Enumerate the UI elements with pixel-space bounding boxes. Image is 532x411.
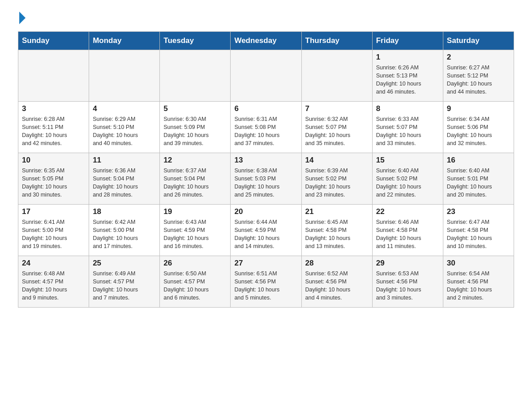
- calendar-day-cell: 9Sunrise: 6:34 AM Sunset: 5:06 PM Daylig…: [443, 102, 514, 153]
- day-number: 20: [234, 207, 297, 216]
- day-info: Sunrise: 6:39 AM Sunset: 5:02 PM Dayligh…: [305, 167, 369, 199]
- day-number: 19: [163, 207, 227, 216]
- day-info: Sunrise: 6:44 AM Sunset: 4:59 PM Dayligh…: [234, 218, 297, 251]
- calendar-header-row: SundayMondayTuesdayWednesdayThursdayFrid…: [18, 32, 514, 50]
- day-info: Sunrise: 6:47 AM Sunset: 4:58 PM Dayligh…: [447, 218, 510, 251]
- calendar-header-thursday: Thursday: [301, 32, 372, 50]
- calendar-day-cell: 5Sunrise: 6:30 AM Sunset: 5:09 PM Daylig…: [160, 102, 231, 153]
- day-number: 22: [376, 207, 439, 216]
- day-info: Sunrise: 6:32 AM Sunset: 5:07 PM Dayligh…: [305, 115, 369, 148]
- day-info: Sunrise: 6:37 AM Sunset: 5:04 PM Dayligh…: [163, 167, 227, 199]
- day-info: Sunrise: 6:41 AM Sunset: 5:00 PM Dayligh…: [22, 218, 85, 251]
- day-number: 16: [447, 156, 510, 165]
- day-number: 13: [234, 156, 297, 165]
- day-number: 26: [163, 259, 227, 268]
- day-number: 10: [22, 156, 85, 165]
- day-number: 18: [93, 207, 156, 216]
- calendar-day-cell: 7Sunrise: 6:32 AM Sunset: 5:07 PM Daylig…: [301, 102, 372, 153]
- day-number: 8: [376, 104, 439, 113]
- day-info: Sunrise: 6:35 AM Sunset: 5:05 PM Dayligh…: [22, 167, 85, 199]
- calendar-day-cell: 13Sunrise: 6:38 AM Sunset: 5:03 PM Dayli…: [231, 153, 301, 205]
- calendar-day-cell: 15Sunrise: 6:40 AM Sunset: 5:02 PM Dayli…: [372, 153, 443, 205]
- calendar-day-cell: 6Sunrise: 6:31 AM Sunset: 5:08 PM Daylig…: [231, 102, 301, 153]
- calendar-day-cell: 1Sunrise: 6:26 AM Sunset: 5:13 PM Daylig…: [372, 50, 443, 102]
- calendar-day-cell: [301, 50, 372, 102]
- day-info: Sunrise: 6:50 AM Sunset: 4:57 PM Dayligh…: [163, 270, 227, 302]
- calendar-day-cell: 24Sunrise: 6:48 AM Sunset: 4:57 PM Dayli…: [18, 256, 89, 308]
- calendar-day-cell: [89, 50, 160, 102]
- day-info: Sunrise: 6:54 AM Sunset: 4:56 PM Dayligh…: [447, 270, 510, 302]
- day-number: 25: [93, 259, 156, 268]
- logo: [18, 13, 26, 22]
- day-number: 21: [305, 207, 369, 216]
- calendar-week-row: 24Sunrise: 6:48 AM Sunset: 4:57 PM Dayli…: [18, 256, 514, 308]
- day-info: Sunrise: 6:52 AM Sunset: 4:56 PM Dayligh…: [305, 270, 369, 302]
- day-info: Sunrise: 6:43 AM Sunset: 4:59 PM Dayligh…: [163, 218, 227, 251]
- day-info: Sunrise: 6:26 AM Sunset: 5:13 PM Dayligh…: [376, 64, 439, 96]
- day-info: Sunrise: 6:27 AM Sunset: 5:12 PM Dayligh…: [447, 64, 510, 96]
- day-number: 11: [93, 156, 156, 165]
- calendar-day-cell: 30Sunrise: 6:54 AM Sunset: 4:56 PM Dayli…: [443, 256, 514, 308]
- day-info: Sunrise: 6:46 AM Sunset: 4:58 PM Dayligh…: [376, 218, 439, 251]
- calendar-header-friday: Friday: [372, 32, 443, 50]
- day-info: Sunrise: 6:48 AM Sunset: 4:57 PM Dayligh…: [22, 270, 85, 302]
- calendar-day-cell: [18, 50, 89, 102]
- page-header: [18, 13, 514, 22]
- calendar-day-cell: 25Sunrise: 6:49 AM Sunset: 4:57 PM Dayli…: [89, 256, 160, 308]
- day-number: 30: [447, 259, 510, 268]
- calendar-day-cell: 16Sunrise: 6:40 AM Sunset: 5:01 PM Dayli…: [443, 153, 514, 205]
- day-info: Sunrise: 6:30 AM Sunset: 5:09 PM Dayligh…: [163, 115, 227, 148]
- calendar-day-cell: 19Sunrise: 6:43 AM Sunset: 4:59 PM Dayli…: [160, 205, 231, 256]
- calendar-week-row: 10Sunrise: 6:35 AM Sunset: 5:05 PM Dayli…: [18, 153, 514, 205]
- day-info: Sunrise: 6:40 AM Sunset: 5:01 PM Dayligh…: [447, 167, 510, 199]
- day-number: 23: [447, 207, 510, 216]
- calendar-day-cell: 18Sunrise: 6:42 AM Sunset: 5:00 PM Dayli…: [89, 205, 160, 256]
- day-info: Sunrise: 6:45 AM Sunset: 4:58 PM Dayligh…: [305, 218, 369, 251]
- calendar-week-row: 1Sunrise: 6:26 AM Sunset: 5:13 PM Daylig…: [18, 50, 514, 102]
- calendar-day-cell: 11Sunrise: 6:36 AM Sunset: 5:04 PM Dayli…: [89, 153, 160, 205]
- calendar-table: SundayMondayTuesdayWednesdayThursdayFrid…: [18, 31, 514, 308]
- calendar-day-cell: [231, 50, 301, 102]
- day-number: 5: [163, 104, 227, 113]
- day-number: 27: [234, 259, 297, 268]
- calendar-header-saturday: Saturday: [443, 32, 514, 50]
- calendar-day-cell: [160, 50, 231, 102]
- calendar-day-cell: 14Sunrise: 6:39 AM Sunset: 5:02 PM Dayli…: [301, 153, 372, 205]
- day-number: 24: [22, 259, 85, 268]
- day-number: 9: [447, 104, 510, 113]
- day-number: 17: [22, 207, 85, 216]
- calendar-day-cell: 3Sunrise: 6:28 AM Sunset: 5:11 PM Daylig…: [18, 102, 89, 153]
- day-info: Sunrise: 6:53 AM Sunset: 4:56 PM Dayligh…: [376, 270, 439, 302]
- calendar-day-cell: 21Sunrise: 6:45 AM Sunset: 4:58 PM Dayli…: [301, 205, 372, 256]
- day-number: 15: [376, 156, 439, 165]
- day-info: Sunrise: 6:31 AM Sunset: 5:08 PM Dayligh…: [234, 115, 297, 148]
- day-number: 4: [93, 104, 156, 113]
- calendar-day-cell: 22Sunrise: 6:46 AM Sunset: 4:58 PM Dayli…: [372, 205, 443, 256]
- calendar-day-cell: 23Sunrise: 6:47 AM Sunset: 4:58 PM Dayli…: [443, 205, 514, 256]
- day-info: Sunrise: 6:40 AM Sunset: 5:02 PM Dayligh…: [376, 167, 439, 199]
- day-number: 3: [22, 104, 85, 113]
- calendar-week-row: 3Sunrise: 6:28 AM Sunset: 5:11 PM Daylig…: [18, 102, 514, 153]
- day-info: Sunrise: 6:49 AM Sunset: 4:57 PM Dayligh…: [93, 270, 156, 302]
- calendar-header-sunday: Sunday: [18, 32, 89, 50]
- logo-arrow-icon: [19, 12, 26, 24]
- day-number: 29: [376, 259, 439, 268]
- calendar-day-cell: 28Sunrise: 6:52 AM Sunset: 4:56 PM Dayli…: [301, 256, 372, 308]
- calendar-day-cell: 10Sunrise: 6:35 AM Sunset: 5:05 PM Dayli…: [18, 153, 89, 205]
- day-number: 14: [305, 156, 369, 165]
- day-info: Sunrise: 6:51 AM Sunset: 4:56 PM Dayligh…: [234, 270, 297, 302]
- day-info: Sunrise: 6:33 AM Sunset: 5:07 PM Dayligh…: [376, 115, 439, 148]
- day-number: 6: [234, 104, 297, 113]
- day-number: 28: [305, 259, 369, 268]
- calendar-day-cell: 8Sunrise: 6:33 AM Sunset: 5:07 PM Daylig…: [372, 102, 443, 153]
- calendar-day-cell: 2Sunrise: 6:27 AM Sunset: 5:12 PM Daylig…: [443, 50, 514, 102]
- day-number: 2: [447, 53, 510, 62]
- day-info: Sunrise: 6:38 AM Sunset: 5:03 PM Dayligh…: [234, 167, 297, 199]
- day-info: Sunrise: 6:42 AM Sunset: 5:00 PM Dayligh…: [93, 218, 156, 251]
- day-info: Sunrise: 6:34 AM Sunset: 5:06 PM Dayligh…: [447, 115, 510, 148]
- day-number: 1: [376, 53, 439, 62]
- day-number: 12: [163, 156, 227, 165]
- calendar-header-wednesday: Wednesday: [231, 32, 301, 50]
- calendar-day-cell: 27Sunrise: 6:51 AM Sunset: 4:56 PM Dayli…: [231, 256, 301, 308]
- calendar-day-cell: 26Sunrise: 6:50 AM Sunset: 4:57 PM Dayli…: [160, 256, 231, 308]
